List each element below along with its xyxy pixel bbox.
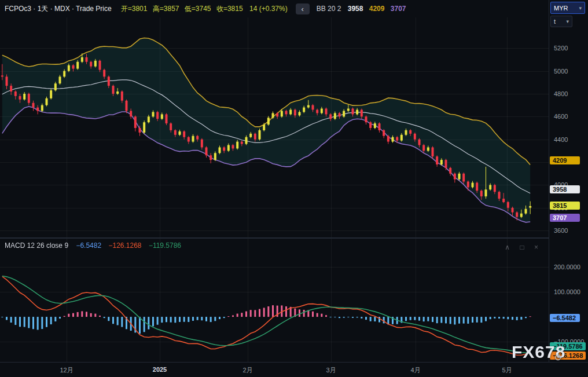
bb-legend-title: BB 20 2 xyxy=(317,5,341,13)
high-label: 高= xyxy=(153,5,164,13)
chevron-down-icon: ▾ xyxy=(566,19,569,24)
symbol-title[interactable]: FCPOc3 · 1天 · MDX · Trade Price xyxy=(5,4,112,14)
bb-upper-value: 4209 xyxy=(369,5,385,13)
macd-axis-tag: −6.5482 xyxy=(550,314,580,322)
price-axis-tag: 4209 xyxy=(550,156,580,164)
time-axis-label: 2025 xyxy=(153,366,167,373)
chevron-down-icon: ▾ xyxy=(579,5,582,11)
price-axis-label: 3600 xyxy=(554,227,568,234)
trading-chart-app: FCPOc3 · 1天 · MDX · Trade Price 开=3801 高… xyxy=(0,0,588,377)
close-pane-icon[interactable]: × xyxy=(534,243,538,251)
chart-toolbar: FCPOc3 · 1天 · MDX · Trade Price 开=3801 高… xyxy=(0,0,549,17)
price-pane[interactable] xyxy=(0,17,549,237)
change-value: 14 (+0.37%) xyxy=(249,5,288,13)
macd-hist-value: −6.5482 xyxy=(76,241,101,250)
price-axis-label: 5000 xyxy=(554,68,568,75)
bb-basis-value: 3958 xyxy=(348,5,363,13)
pane-controls: ∧ □ × xyxy=(497,243,538,251)
bb-legend[interactable]: BB 20 2 3958 4209 3707 xyxy=(317,5,406,13)
time-axis-label: 3月 xyxy=(326,366,336,375)
price-axis-tag: 3707 xyxy=(550,214,580,222)
macd-legend[interactable]: MACD 12 26 close 9 −6.5482 −126.1268 −11… xyxy=(5,241,181,250)
macd-line-value: −126.1268 xyxy=(108,241,141,250)
collapse-pane-icon[interactable]: ∧ xyxy=(505,243,510,251)
time-axis-label: 4月 xyxy=(410,366,420,375)
unit-label: t xyxy=(554,18,556,25)
fx678-watermark: FX678 ⊙ xyxy=(512,342,565,362)
maximize-pane-icon[interactable]: □ xyxy=(520,243,524,251)
compass-icon: ⊙ xyxy=(554,352,563,363)
macd-signal-value: −119.5786 xyxy=(149,241,181,250)
chevron-left-icon[interactable]: ‹ xyxy=(296,3,310,14)
price-axis-tag: 3815 xyxy=(550,202,580,210)
macd-chart-canvas[interactable] xyxy=(0,239,549,362)
currency-selector[interactable]: MYR ▾ xyxy=(550,2,585,14)
time-axis-label: 5月 xyxy=(502,366,512,375)
time-axis-label: 12月 xyxy=(60,366,73,375)
close-label: 收= xyxy=(216,5,227,13)
macd-axis-label: 100.0000 xyxy=(554,288,580,295)
price-axis-label: 5200 xyxy=(554,45,568,52)
bb-lower-value: 3707 xyxy=(391,5,406,13)
ohlc-readout: 开=3801 高=3857 低=3745 收=3815 14 (+0.37%) xyxy=(117,4,288,14)
open-value: 3801 xyxy=(132,5,148,13)
price-axis-label: 4600 xyxy=(554,113,568,120)
close-value: 3815 xyxy=(227,5,243,13)
high-value: 3857 xyxy=(164,5,179,13)
price-chart-canvas[interactable] xyxy=(0,17,549,237)
open-label: 开= xyxy=(121,5,132,13)
price-axis[interactable]: MYR ▾ t ▾ 520050004800460044004200400038… xyxy=(549,0,588,362)
macd-pane[interactable]: MACD 12 26 close 9 −6.5482 −126.1268 −11… xyxy=(0,239,549,362)
macd-axis-label: 200.0000 xyxy=(554,263,580,270)
price-axis-label: 4400 xyxy=(554,136,568,143)
macd-legend-title: MACD 12 26 close 9 xyxy=(5,241,68,250)
low-value: 3745 xyxy=(196,5,211,13)
price-axis-tag: 3958 xyxy=(550,185,580,193)
time-axis-label: 2月 xyxy=(242,366,252,375)
unit-selector[interactable]: t ▾ xyxy=(550,16,572,27)
time-axis[interactable]: 12月20252月3月4月5月 xyxy=(0,362,588,377)
low-label: 低= xyxy=(185,5,196,13)
price-axis-label: 4800 xyxy=(554,90,568,97)
currency-label: MYR xyxy=(554,5,568,12)
